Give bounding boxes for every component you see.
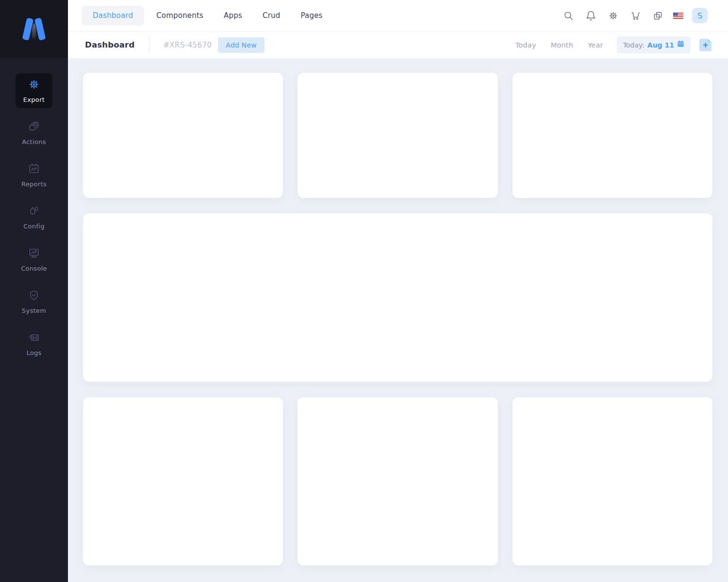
m-logo-icon [18,16,50,42]
reference-code: #XRS-45670 [163,41,212,49]
sidebar-item-label: Actions [22,138,46,146]
card-placeholder [513,397,712,566]
card-placeholder [298,397,497,566]
card-placeholder [298,73,497,198]
nav-item-apps[interactable]: Apps [215,6,250,25]
windows-copy-icon[interactable] [650,8,666,24]
dashboard-grid [83,73,712,566]
monitor-trend-icon [28,247,40,261]
gear-icon [28,78,40,93]
language-flag-us-icon[interactable] [672,8,684,24]
nav-item-dashboard[interactable]: Dashboard [82,6,144,25]
app-logo[interactable] [0,0,68,58]
sidebar: Export Actions Reports [0,0,68,582]
main-nav: Dashboard Components Apps Crud Pages [82,6,331,25]
sidebar-item-logs[interactable]: Logs [16,326,52,361]
card-placeholder [513,73,712,198]
sidebar-nav: Export Actions Reports [0,58,68,361]
filter-year[interactable]: Year [584,37,607,53]
chart-frame-icon [28,162,40,177]
sidebar-item-label: Config [23,223,45,230]
water-drops-icon [28,205,40,219]
top-navigation-bar: Dashboard Components Apps Crud Pages [68,0,728,32]
topbar-actions: S [561,8,708,24]
plus-icon: + [702,42,709,49]
filter-today[interactable]: Today [512,37,540,53]
add-widget-button[interactable]: + [699,39,711,51]
mail-send-icon [28,331,40,346]
sidebar-item-console[interactable]: Console [16,242,52,277]
main-area: Dashboard Components Apps Crud Pages [68,0,728,582]
cart-icon[interactable] [628,8,644,24]
page-header-right: Today Month Year Today: Aug 11 [512,36,711,53]
card-placeholder [83,397,283,566]
page-title: Dashboard [85,40,134,49]
shield-check-icon [28,289,40,304]
date-picker-button[interactable]: Today: Aug 11 [617,36,691,53]
copies-icon [28,120,40,135]
sidebar-item-label: Logs [26,349,41,356]
calendar-icon [677,40,684,49]
page-header-left: Dashboard #XRS-45670 Add New [85,37,265,53]
date-value: Aug 11 [647,41,674,49]
search-icon[interactable] [561,8,577,24]
sidebar-item-label: Console [21,265,47,272]
sidebar-item-label: System [22,307,46,314]
content-area [68,58,728,582]
sidebar-item-reports[interactable]: Reports [16,158,52,193]
nav-item-pages[interactable]: Pages [293,6,331,25]
sidebar-item-label: Reports [21,180,47,188]
card-placeholder [83,73,283,198]
card-placeholder-wide [83,213,712,382]
divider [149,37,149,53]
add-new-button[interactable]: Add New [218,37,265,53]
sidebar-item-export[interactable]: Export [16,73,52,108]
sidebar-item-actions[interactable]: Actions [16,115,52,150]
bell-icon[interactable] [583,8,599,24]
nav-item-crud[interactable]: Crud [254,6,288,25]
date-prefix: Today: [623,41,645,49]
sidebar-item-config[interactable]: Config [16,200,52,235]
sidebar-item-label: Export [23,96,45,103]
gear-icon[interactable] [605,8,621,24]
nav-item-components[interactable]: Components [148,6,212,25]
user-avatar[interactable]: S [692,8,708,23]
filter-month[interactable]: Month [547,37,577,53]
sidebar-item-system[interactable]: System [16,284,52,319]
page-header-bar: Dashboard #XRS-45670 Add New Today Month… [68,32,728,58]
folded-corner [708,39,711,43]
